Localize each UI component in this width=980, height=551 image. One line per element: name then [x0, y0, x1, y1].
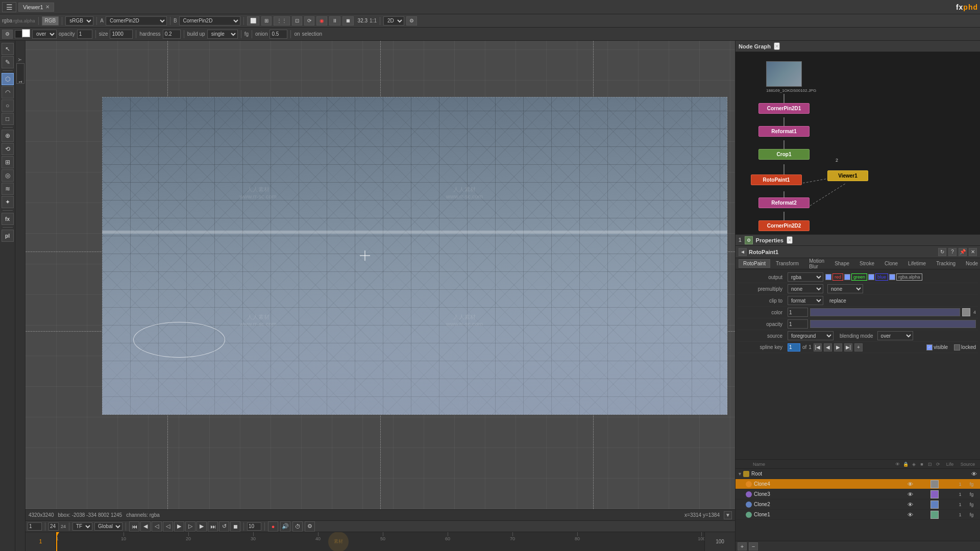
props-help-btn[interactable]: ?: [948, 248, 957, 256]
props-refresh-btn[interactable]: ↻: [938, 248, 946, 256]
mode-select[interactable]: 2D: [383, 16, 404, 26]
clone2-color[interactable]: [930, 500, 939, 509]
tab-transform[interactable]: Transform: [771, 259, 803, 268]
viewer-icon-btn-7[interactable]: ⏸: [329, 16, 340, 26]
spline-add-btn[interactable]: +: [854, 343, 863, 352]
tab-rotopaint[interactable]: RotoPaint: [739, 259, 770, 268]
viewer-canvas[interactable]: 人人素材 www.rr-sc.com 人人素材 www.rr-sc.com 人人…: [26, 41, 735, 509]
clone4-solo[interactable]: [922, 480, 930, 488]
tab-stroke[interactable]: Stroke: [855, 259, 879, 268]
clone1-track[interactable]: [939, 511, 947, 519]
tool-zoom[interactable]: ⊕: [2, 130, 14, 142]
tab-motionblur[interactable]: Motion Blur: [804, 257, 829, 271]
clone3-motion[interactable]: [947, 490, 955, 498]
clone3-eye-icon[interactable]: 👁: [906, 490, 914, 498]
remove-layer-btn[interactable]: −: [749, 542, 758, 550]
start-frame-input[interactable]: [28, 522, 42, 531]
clone1-eye-icon[interactable]: 👁: [906, 511, 914, 519]
sync-btn[interactable]: ⏱: [292, 521, 303, 532]
tool-icon-btn[interactable]: ⚙: [2, 30, 13, 39]
color-input[interactable]: [788, 308, 808, 317]
clone4-track[interactable]: [939, 480, 947, 488]
global-select[interactable]: Global: [94, 522, 122, 531]
premultiply-select2[interactable]: none: [827, 284, 863, 293]
tab-shape[interactable]: Shape: [830, 259, 854, 268]
visible-checkbox[interactable]: ✓ visible: [926, 344, 948, 350]
spline-next-btn[interactable]: ▶: [834, 343, 842, 352]
output-select[interactable]: rgba: [788, 272, 823, 282]
cb-blue[interactable]: [868, 274, 874, 280]
y-input[interactable]: [16, 63, 24, 84]
tf-select[interactable]: TF: [72, 522, 92, 531]
props-close2-btn[interactable]: ✕: [969, 248, 977, 256]
props-icon-btn[interactable]: ⚙: [745, 236, 753, 244]
onion-input[interactable]: [270, 30, 287, 39]
audio-btn[interactable]: 🔊: [280, 521, 290, 532]
corner-pin-a-select[interactable]: CornerPin2D: [106, 16, 167, 26]
clone1-solo[interactable]: [922, 511, 930, 519]
clip-to-select[interactable]: format: [788, 296, 823, 305]
cb-green[interactable]: [844, 274, 850, 280]
layer-root[interactable]: ▼ Root 👁: [736, 469, 980, 479]
color-swatch-prop[interactable]: [962, 308, 970, 316]
rotopaint1-node[interactable]: RotoPaint1: [751, 174, 802, 185]
stop-btn[interactable]: ⏹: [230, 521, 240, 532]
clone1-motion[interactable]: [947, 511, 955, 519]
color-swatch-white[interactable]: [22, 29, 30, 37]
rgb-btn[interactable]: RGB: [42, 16, 59, 26]
clone1-color[interactable]: [930, 511, 939, 519]
add-layer-btn[interactable]: +: [738, 542, 747, 550]
cornerpin2d1-node[interactable]: CornerPin2D1: [758, 103, 810, 114]
color-slider[interactable]: [810, 308, 960, 316]
prev-frame-btn[interactable]: ◀: [140, 521, 151, 532]
colorspace-select[interactable]: sRGB: [65, 16, 93, 26]
viewer-icon-btn-3[interactable]: ⋮⋮: [274, 16, 290, 26]
clone2-solo[interactable]: [922, 500, 930, 509]
cb-alpha[interactable]: [889, 274, 895, 280]
tool-cursor[interactable]: ↖: [2, 43, 14, 55]
settings-btn[interactable]: ⚙: [305, 521, 315, 532]
premultiply-select[interactable]: none: [788, 284, 823, 293]
cb-red[interactable]: [825, 274, 831, 280]
clone4-color[interactable]: [930, 480, 939, 488]
props-pin-btn[interactable]: 📌: [959, 248, 967, 256]
crop1-node[interactable]: Crop1: [758, 149, 810, 160]
viewer-icon-btn-8[interactable]: ⏹: [342, 16, 354, 26]
visible-cb[interactable]: ✓: [926, 344, 933, 350]
tab-node[interactable]: Node: [961, 259, 980, 268]
play-btn[interactable]: ▶: [174, 521, 184, 532]
tool-ellipse[interactable]: ○: [2, 99, 14, 112]
tool-fx[interactable]: fx: [2, 213, 14, 225]
source-select[interactable]: foreground: [788, 331, 834, 340]
props-arrow-btn[interactable]: ◄: [739, 248, 747, 256]
size-input[interactable]: [110, 30, 133, 39]
clone2-track[interactable]: [939, 500, 947, 509]
layer-clone3[interactable]: Clone3 👁 1 fg: [736, 489, 980, 499]
build-up-select[interactable]: single: [207, 30, 238, 39]
clone1-lock[interactable]: [914, 511, 922, 519]
layer-clone4[interactable]: Clone4 👁 1 fg: [736, 479, 980, 489]
spline-prev-btn[interactable]: ◀: [824, 343, 832, 352]
ruler-track[interactable]: 1 10 20 30: [56, 532, 704, 551]
clone4-motion[interactable]: [947, 480, 955, 488]
status-arrow-btn[interactable]: ▼: [724, 511, 732, 519]
step-back-btn[interactable]: ◁: [152, 521, 162, 532]
viewer-icon-btn-4[interactable]: ⊡: [292, 16, 302, 26]
timeline-ruler[interactable]: 1 1 10: [26, 532, 735, 551]
viewer1-tab[interactable]: Viewer1 ✕: [18, 3, 54, 12]
layer-clone2[interactable]: Clone2 👁 1 fg: [736, 499, 980, 510]
locked-checkbox[interactable]: locked: [954, 344, 976, 350]
clone3-track[interactable]: [939, 490, 947, 498]
tab-lifetime[interactable]: Lifetime: [903, 259, 930, 268]
viewer-icon-btn-1[interactable]: ⬜: [247, 16, 259, 26]
tool-bezier[interactable]: ◠: [2, 86, 14, 98]
tool-reveal[interactable]: ◎: [2, 169, 14, 182]
viewer-icon-btn-5[interactable]: ⟳: [304, 16, 314, 26]
step-fwd-btn[interactable]: ▷: [185, 521, 195, 532]
tool-roto[interactable]: ✎: [2, 56, 14, 68]
viewer-icon-btn-2[interactable]: ⊞: [261, 16, 272, 26]
node-graph-canvas[interactable]: 2 188169_1OKDS00102.JPG CornerPin2D1 Re: [736, 52, 980, 234]
tool-blur[interactable]: ≋: [2, 183, 14, 195]
reformat1-node[interactable]: Reformat1: [758, 126, 810, 137]
tab-clone[interactable]: Clone: [880, 259, 902, 268]
